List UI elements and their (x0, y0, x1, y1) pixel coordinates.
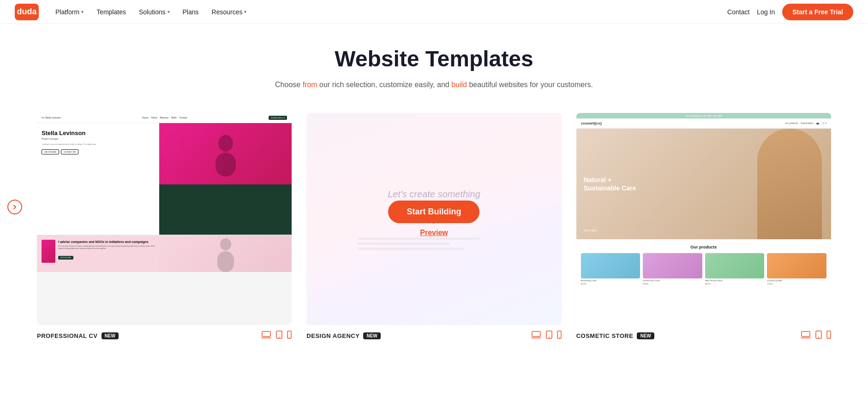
templates-grid: I'm Stella Levinson HomeAboutResumeSkill… (37, 113, 831, 341)
hero-subtitle: Choose from our rich selection, customiz… (9, 79, 859, 91)
agency-template-label: DESIGN AGENCY (306, 332, 359, 339)
nav-item-resources[interactable]: Resources ▾ (206, 6, 252, 18)
start-free-trial-button[interactable]: Start a Free Trial (782, 4, 853, 20)
mobile-icon (287, 331, 292, 341)
sidebar-toggle-button[interactable] (7, 200, 22, 214)
agency-template-badge: NEW (363, 332, 380, 339)
cv-template-badge: NEW (102, 332, 119, 339)
platform-chevron-icon: ▾ (81, 9, 84, 14)
template-preview-agency[interactable]: Let's create something outstanding toget… (306, 113, 561, 325)
tablet-icon (276, 331, 282, 341)
svg-point-8 (289, 337, 290, 337)
svg-point-18 (828, 337, 829, 337)
chevron-right-icon (12, 204, 18, 210)
agency-device-icons (531, 331, 562, 341)
agency-label-group: DESIGN AGENCY NEW (306, 332, 380, 339)
templates-section: I'm Stella Levinson HomeAboutResumeSkill… (0, 102, 868, 360)
cv-label-group: PROFESSIONAL CV NEW (37, 332, 119, 339)
mobile-icon-agency (557, 331, 562, 341)
cv-template-info: PROFESSIONAL CV NEW (37, 325, 292, 341)
template-preview-cosmetic[interactable]: Free shipping on all orders over $80 cos… (576, 113, 831, 325)
cosmetic-template-info: COSMETIC STORE NEW (576, 325, 831, 341)
agency-template-info: DESIGN AGENCY NEW (306, 325, 561, 341)
template-card-cosmetic: Free shipping on all orders over $80 cos… (576, 113, 831, 341)
nav-item-plans[interactable]: Plans (177, 6, 204, 18)
navbar: duda Platform ▾ Templates Solutions ▾ Pl… (0, 0, 868, 24)
template-preview-cv[interactable]: I'm Stella Levinson HomeAboutResumeSkill… (37, 113, 292, 325)
hero-from-highlight: from (303, 81, 317, 89)
cv-template-label: PROFESSIONAL CV (37, 332, 98, 339)
template-card-agency: Let's create something outstanding toget… (306, 113, 561, 341)
preview-button[interactable]: Preview (420, 229, 448, 237)
mobile-icon-cosmetic (826, 331, 831, 341)
tablet-icon-cosmetic (815, 331, 822, 341)
svg-rect-4 (262, 331, 270, 337)
template-card-cv: I'm Stella Levinson HomeAboutResumeSkill… (37, 113, 292, 341)
nav-item-solutions[interactable]: Solutions ▾ (133, 6, 175, 18)
svg-point-13 (559, 337, 560, 337)
contact-link[interactable]: Contact (727, 8, 749, 16)
nav-right: Contact Log In Start a Free Trial (727, 4, 853, 20)
nav-item-platform[interactable]: Platform ▾ (50, 6, 89, 18)
cv-device-icons (261, 331, 292, 341)
duda-logo[interactable]: duda (15, 4, 39, 20)
laptop-icon (261, 331, 271, 341)
solutions-chevron-icon: ▾ (168, 9, 170, 14)
hero-section: Website Templates Choose from our rich s… (0, 24, 868, 102)
laptop-icon-cosmetic (801, 331, 811, 341)
cosmetic-device-icons (801, 331, 831, 341)
hero-build-highlight: build (451, 81, 467, 89)
tablet-icon-agency (546, 331, 552, 341)
svg-point-11 (549, 337, 550, 337)
svg-point-16 (818, 337, 819, 337)
nav-item-templates[interactable]: Templates (91, 6, 132, 18)
nav-links: Platform ▾ Templates Solutions ▾ Plans R… (50, 6, 727, 18)
start-building-button[interactable]: Start Building (388, 201, 479, 223)
hero-title: Website Templates (9, 46, 859, 71)
login-link[interactable]: Log In (757, 8, 775, 16)
cosmetic-template-badge: NEW (637, 332, 654, 339)
svg-rect-14 (802, 331, 810, 337)
cosmetic-label-group: COSMETIC STORE NEW (576, 332, 654, 339)
cosmetic-template-label: COSMETIC STORE (576, 332, 634, 339)
svg-point-6 (279, 337, 280, 337)
resources-chevron-icon: ▾ (244, 9, 246, 14)
laptop-icon-agency (531, 331, 541, 341)
agency-overlay[interactable]: Start Building Preview (306, 113, 561, 325)
svg-rect-9 (532, 331, 540, 337)
